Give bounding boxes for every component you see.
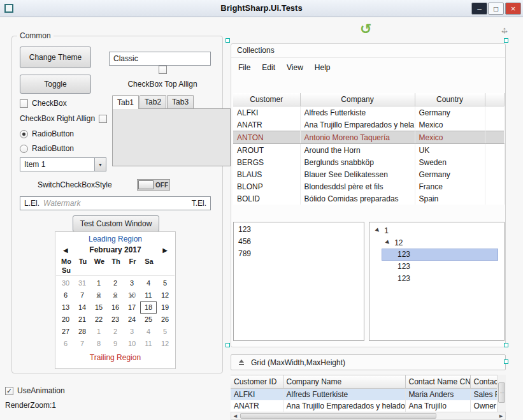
use-animation-box[interactable]: ✓ [5, 387, 13, 395]
calendar-day[interactable]: 12 [157, 338, 173, 350]
calendar-day[interactable]: 7 [74, 289, 90, 301]
calendar-day[interactable]: 27 [57, 326, 74, 338]
minimize-button[interactable]: – [471, 3, 487, 15]
radio-button-1[interactable]: RadioButton [20, 129, 74, 138]
list-item[interactable]: 789 [234, 248, 364, 260]
selection-handle[interactable] [226, 38, 230, 43]
calendar-day[interactable]: 3 [124, 326, 140, 338]
menu-help[interactable]: Help [309, 61, 336, 74]
maximize-button[interactable]: □ [488, 3, 504, 15]
calendar-day[interactable]: 11 [140, 338, 157, 350]
vertical-scrollbar[interactable]: ··· [497, 375, 506, 412]
collapse-icon[interactable] [238, 359, 245, 366]
calendar-day[interactable]: 10 [124, 338, 140, 350]
selection-handle[interactable] [504, 359, 508, 364]
grid-expander[interactable]: Grid (MaxWidth,MaxHeight) [231, 354, 506, 370]
calendar-day[interactable]: 24 [124, 314, 140, 326]
menu-file[interactable]: File [233, 61, 256, 74]
calendar-day[interactable]: 4 [140, 326, 157, 338]
calendar-day[interactable]: 7 [74, 338, 90, 350]
calendar-day[interactable]: 9× [107, 289, 124, 301]
toggle-button[interactable]: Toggle [20, 75, 91, 94]
column-header[interactable]: Company [300, 93, 415, 106]
tree-item-leaf[interactable]: 123 [382, 273, 498, 285]
calendar-day[interactable]: 1 [90, 326, 107, 338]
table-cell[interactable]: BERGS [233, 156, 300, 168]
table-cell[interactable]: Mexico [415, 131, 485, 144]
table-cell[interactable]: ANATR [231, 400, 283, 412]
table-cell[interactable]: Berglunds snabbköp [300, 156, 415, 168]
calendar-day[interactable]: 15 [90, 301, 107, 314]
customers-grid[interactable]: CustomerCompanyCountryALFKIAlfreds Futte… [233, 93, 505, 205]
tab-tab2[interactable]: Tab2 [140, 95, 166, 108]
table-cell[interactable]: BLAUS [233, 168, 300, 180]
tree-item-leaf[interactable]: 123 [382, 249, 498, 261]
table-cell[interactable]: Sales Re [470, 389, 497, 401]
list-item[interactable]: 123 [234, 224, 364, 236]
calendar-day[interactable]: 22 [90, 314, 107, 326]
table-cell[interactable]: ALFKI [231, 389, 283, 401]
table-row[interactable]: ALFKIAlfreds FutterkisteMaria AndersSale… [231, 389, 497, 401]
table-cell[interactable]: Ana Trujillo Emparedados y hela [300, 119, 415, 131]
tree-item-child[interactable]: ▶ 12 [369, 236, 504, 249]
table-cell[interactable]: Spain [415, 192, 485, 205]
move-icon[interactable]: ↔ ↕ [499, 24, 510, 36]
checkbox-plain-box[interactable] [20, 99, 28, 108]
calendar-day[interactable]: 6 [57, 338, 74, 350]
selection-handle[interactable] [504, 38, 508, 43]
calendar-day[interactable]: 9 [107, 338, 124, 350]
column-header[interactable]: Contact Name CN [405, 375, 470, 389]
test-custom-window-button[interactable]: Test Custom Window [73, 215, 159, 232]
calendar-day[interactable]: 2 [107, 326, 124, 338]
tree-item-leaf[interactable]: 123 [382, 261, 498, 273]
refresh-icon[interactable]: ↺ [360, 21, 371, 38]
tree-expander-icon[interactable]: ▶ [385, 239, 392, 246]
table-cell[interactable]: Ana Trujillo [405, 400, 470, 412]
radio-button-2-circle[interactable] [20, 145, 28, 153]
selection-handle[interactable] [504, 343, 508, 347]
calendar-prev-button[interactable]: ◀ [63, 247, 68, 254]
table-cell[interactable]: BOLID [233, 192, 300, 205]
change-theme-button[interactable]: Change Theme [20, 47, 91, 68]
table-cell[interactable]: Sweden [415, 156, 485, 168]
calendar-day[interactable]: 2 [107, 277, 124, 289]
checkbox-plain[interactable]: CheckBox [20, 99, 67, 108]
calendar-day[interactable]: 13 [57, 301, 74, 314]
vertical-scrollbar-thumb[interactable]: ··· [498, 382, 505, 403]
table-row[interactable]: ANATRAna Trujillo Emparedados y helaMexi… [233, 119, 504, 131]
table-cell[interactable]: ALFKI [233, 106, 300, 119]
calendar-day[interactable]: 6 [57, 289, 74, 301]
tab-tab3[interactable]: Tab3 [167, 95, 194, 108]
watermark-textbox[interactable]: L.El. Watermark T.El. [20, 196, 211, 210]
checkbox-right-align[interactable]: CheckBox Right Allign [20, 114, 107, 123]
column-header[interactable]: Company Name [283, 375, 405, 389]
checkbox-top-align[interactable]: CheckBox Top Allign [108, 66, 217, 89]
column-header[interactable]: Customer [233, 93, 300, 106]
table-cell[interactable]: Blondesddsl père et fils [300, 180, 415, 192]
calendar-day[interactable]: 17 [124, 301, 140, 314]
scroll-left-icon[interactable]: ◀ [231, 414, 240, 419]
table-cell[interactable]: Antonio Moreno Taquería [300, 131, 415, 144]
column-header[interactable]: Customer ID [231, 375, 283, 389]
use-animation-checkbox[interactable]: ✓ UseAnimation [5, 386, 65, 395]
calendar-next-button[interactable]: ▶ [162, 247, 168, 254]
list-item[interactable]: 456 [234, 236, 364, 248]
table-cell[interactable]: BLONP [233, 180, 300, 192]
calendar-day[interactable]: 8× [90, 289, 107, 301]
checkbox-right-align-box[interactable] [99, 115, 107, 123]
calendar-day[interactable]: 14 [74, 301, 90, 314]
bottom-grid[interactable]: Customer IDCompany NameContact Name CNCo… [231, 375, 497, 412]
calendar-day[interactable]: 16 [107, 301, 124, 314]
table-cell[interactable]: AROUT [233, 144, 300, 157]
table-row[interactable]: BOLIDBólido Comidas preparadasSpain [233, 192, 504, 205]
menu-view[interactable]: View [281, 61, 309, 74]
table-cell[interactable]: France [415, 180, 485, 192]
radio-button-2[interactable]: RadioButton [20, 144, 74, 153]
item-combobox[interactable]: Item 1 ▼ [20, 157, 106, 171]
table-row[interactable]: ALFKIAlfreds FutterkisteGermany [233, 106, 504, 119]
list-box[interactable]: 123456789 [233, 222, 364, 341]
table-cell[interactable]: Ana Trujillo Emparedados y helados [283, 400, 405, 412]
calendar-day[interactable]: 28 [74, 326, 90, 338]
table-cell[interactable]: UK [415, 144, 485, 157]
table-cell[interactable]: Alfreds Futterkiste [300, 106, 415, 119]
